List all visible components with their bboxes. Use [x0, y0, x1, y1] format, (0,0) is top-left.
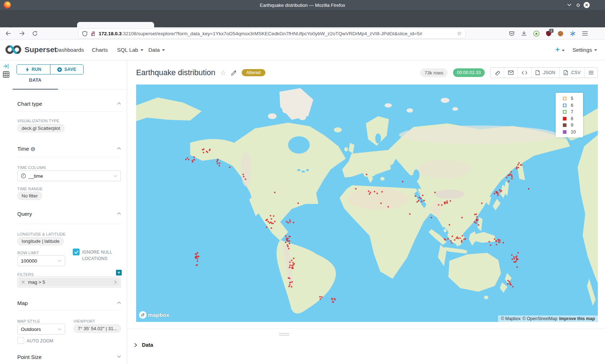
download-icon[interactable] [521, 30, 527, 37]
url-path: :32108/superset/explore/?form_data_key=1… [122, 31, 422, 36]
chevron-up-icon[interactable] [117, 147, 121, 150]
nav-charts[interactable]: Charts [92, 47, 108, 53]
auto-zoom-checkbox[interactable] [17, 337, 24, 344]
url-bar[interactable]: 172.18.0.3:32108/superset/explore/?form_… [79, 29, 465, 38]
legend-item[interactable]: 9 [563, 123, 583, 128]
nav-settings[interactable]: Settings [573, 47, 597, 53]
section-query[interactable]: Query [17, 211, 32, 217]
viewport-value[interactable]: 7° 35' 54.02" | 31... [73, 324, 121, 333]
map-attribution: © Mapbox © OpenStreetMap Improve this ma… [498, 315, 598, 322]
cookie-icon[interactable] [557, 30, 564, 37]
chevron-down-icon[interactable] [117, 355, 121, 358]
section-map[interactable]: Map [17, 300, 28, 306]
legend-item[interactable]: 10 [563, 129, 583, 135]
active-tab-indicator [13, 89, 58, 90]
nav-dashboards[interactable]: Dashboards [55, 47, 84, 53]
filter-item[interactable]: mag > 5 [18, 278, 120, 287]
hamburger-menu-icon[interactable] [582, 30, 588, 37]
chevron-up-icon[interactable] [117, 102, 121, 105]
filters-control: mag > 5 [17, 277, 121, 288]
ublock-icon[interactable]: 2 [545, 30, 552, 37]
clock-icon [21, 173, 26, 178]
superset-navbar: Superset Dashboards Charts SQL Lab Data … [0, 40, 605, 60]
email-button[interactable] [504, 68, 517, 78]
back-icon[interactable] [5, 30, 12, 37]
expand-datasource-panel-icon[interactable] [3, 63, 9, 69]
lonlat-value[interactable]: longitude | latitude [17, 237, 64, 245]
chart-actions-group: .JSON .CSV [490, 67, 598, 78]
legend-item[interactable]: 8 [563, 116, 583, 122]
nav-data[interactable]: Data [148, 47, 165, 53]
embed-code-button[interactable] [517, 68, 531, 78]
divider [17, 112, 122, 112]
run-button[interactable]: RUN [17, 65, 50, 74]
forward-icon[interactable] [19, 30, 25, 37]
nav-new-button[interactable]: + [555, 46, 565, 54]
datasource-grid-icon[interactable] [3, 71, 9, 78]
superset-logo[interactable]: Superset [5, 45, 57, 54]
map-legend[interactable]: 5678910 [556, 93, 583, 137]
mapbox-logo-icon [139, 311, 147, 319]
favorite-star-icon[interactable]: ☆ [220, 69, 226, 77]
remove-filter-icon[interactable] [18, 281, 28, 284]
chevron-right-icon[interactable] [111, 280, 120, 284]
nav-sql-lab[interactable]: SQL Lab [117, 47, 143, 53]
save-button[interactable]: SAVE [50, 65, 84, 74]
bookmark-star-icon[interactable]: ☆ [457, 30, 462, 37]
chevron-down-icon [562, 50, 565, 51]
map-style-select[interactable]: Outdoors [17, 324, 65, 335]
copy-link-button[interactable] [490, 68, 504, 78]
chevron-down-icon [140, 49, 143, 51]
legend-swatch [563, 123, 566, 127]
privacy-badger-icon[interactable] [533, 30, 539, 37]
legend-swatch [563, 117, 566, 120]
time-column-label: TIME COLUMN [17, 165, 46, 170]
chart-container: Earthquake distribution ☆ Altered 73k ro… [127, 60, 605, 364]
pocket-icon[interactable] [508, 30, 515, 37]
viz-type-value[interactable]: deck.gl Scatterplot [17, 124, 64, 132]
mapbox-logo[interactable]: mapbox [139, 311, 169, 319]
menu-icon [589, 71, 593, 74]
window-minimize-button[interactable] [566, 2, 573, 8]
add-filter-button[interactable]: + [116, 270, 122, 276]
file-icon [535, 70, 540, 75]
panel-drag-handle[interactable] [279, 333, 289, 337]
section-point-size[interactable]: Point Size [17, 354, 42, 360]
tab-data[interactable]: DATA [13, 78, 58, 83]
window-maximize-button[interactable] [575, 2, 581, 8]
chart-menu-button[interactable] [584, 68, 597, 78]
insecure-lock-icon[interactable] [90, 31, 96, 36]
reload-icon[interactable] [32, 30, 38, 37]
chevron-down-icon [162, 49, 165, 51]
attribution-osm[interactable]: © OpenStreetMap [523, 316, 557, 321]
section-time[interactable]: Time [17, 146, 35, 152]
legend-item[interactable]: 5 [563, 96, 583, 101]
legend-item[interactable]: 6 [563, 103, 583, 108]
time-range-value[interactable]: No filter [17, 192, 42, 200]
chevron-up-icon[interactable] [117, 301, 121, 304]
section-chart-type[interactable]: Chart type [17, 101, 42, 107]
attribution-improve-link[interactable]: Improve this map [559, 316, 595, 321]
container-pinwheel-icon[interactable] [569, 30, 576, 37]
legend-item[interactable]: 7 [563, 109, 583, 115]
row-limit-select[interactable]: 100000 [17, 255, 65, 266]
export-csv-button[interactable]: .CSV [559, 68, 584, 78]
export-json-button[interactable]: .JSON [531, 68, 559, 78]
ignore-null-checkbox[interactable] [73, 249, 80, 255]
query-timer-badge: 00:00:02.33 [453, 68, 485, 77]
check-icon [74, 250, 79, 254]
attribution-mapbox[interactable]: © Mapbox [501, 316, 521, 321]
tracking-shield-icon[interactable] [82, 31, 88, 36]
data-panel-header[interactable]: Data [134, 342, 153, 348]
chevron-up-icon[interactable] [117, 212, 121, 215]
legend-swatch [563, 130, 566, 134]
window-close-button[interactable] [583, 2, 590, 8]
altered-badge[interactable]: Altered [242, 69, 265, 76]
edit-title-icon[interactable] [231, 70, 237, 76]
legend-label: 5 [571, 96, 573, 101]
deckgl-scatterplot-map[interactable]: 5678910 mapbox © Mapbox © OpenStreetMap … [136, 85, 598, 322]
time-column-select[interactable]: __time [17, 170, 121, 181]
browser-tab-bar: Apache Druid Earthquake distribution [0, 10, 605, 27]
chart-title: Earthquake distribution [136, 68, 215, 77]
legend-swatch [563, 104, 566, 107]
